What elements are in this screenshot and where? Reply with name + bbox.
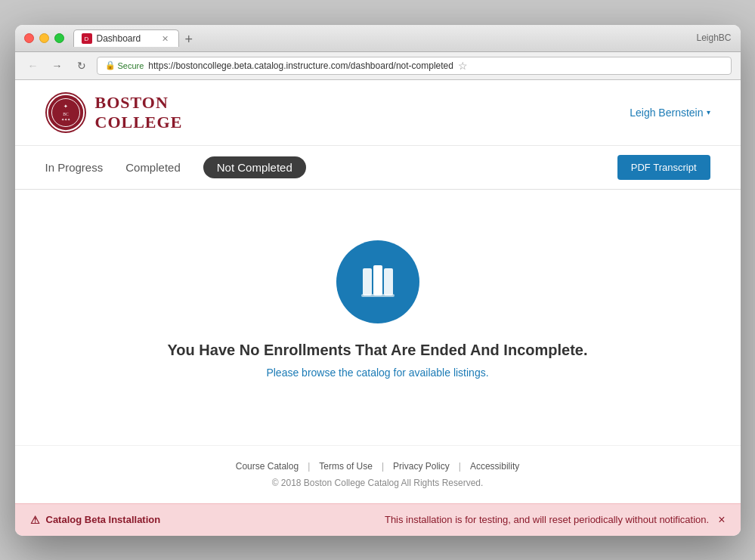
beta-banner-left: ⚠ Catalog Beta Installation (30, 514, 161, 526)
logo-line1: BOSTON (95, 93, 183, 112)
logo-text: BOSTON COLLEGE (95, 93, 183, 131)
tab-favicon: D (82, 33, 92, 44)
refresh-button[interactable]: ↻ (73, 57, 91, 75)
maximize-window-button[interactable] (54, 33, 64, 43)
user-menu[interactable]: Leigh Bernstein ▾ (630, 107, 710, 119)
user-name: Leigh Bernstein (630, 107, 703, 119)
tab-bar: D Dashboard ✕ + (73, 29, 691, 46)
titlebar: D Dashboard ✕ + LeighBC (15, 25, 741, 52)
svg-rect-7 (384, 268, 393, 295)
tab-not-completed[interactable]: Not Completed (203, 156, 306, 178)
page-content: ✦ BC ✦✦✦ BOSTON COLLEGE Leigh Bernstein … (15, 80, 741, 503)
footer-links: Course Catalog | Terms of Use | Privacy … (30, 461, 726, 472)
logo-seal: ✦ BC ✦✦✦ (45, 92, 86, 133)
main-content: You Have No Enrollments That Are Ended A… (15, 190, 741, 445)
site-footer: Course Catalog | Terms of Use | Privacy … (15, 445, 741, 503)
svg-text:✦: ✦ (63, 103, 68, 110)
books-icon (355, 259, 401, 305)
logo-line2: COLLEGE (95, 113, 183, 131)
svg-rect-8 (361, 294, 395, 297)
tab-close-button[interactable]: ✕ (160, 33, 171, 44)
footer-copyright: © 2018 Boston College Catalog All Rights… (30, 478, 726, 488)
seal-svg: ✦ BC ✦✦✦ (47, 94, 85, 131)
browser-tab[interactable]: D Dashboard ✕ (73, 29, 179, 47)
warning-icon: ⚠ (30, 514, 40, 526)
tab-completed[interactable]: Completed (125, 161, 181, 174)
beta-message: This installation is for testing, and wi… (385, 514, 709, 525)
beta-close-button[interactable]: × (718, 513, 725, 527)
footer-link-terms-of-use[interactable]: Terms of Use (310, 461, 382, 472)
nav-tabs: In Progress Completed Not Completed PDF … (15, 146, 741, 190)
beta-label: Catalog Beta Installation (46, 514, 161, 525)
window-user-label: LeighBC (696, 32, 731, 43)
svg-text:BC: BC (63, 111, 69, 116)
footer-link-privacy-policy[interactable]: Privacy Policy (384, 461, 459, 472)
back-button[interactable]: ← (24, 57, 42, 75)
addressbar: ← → ↻ 🔒 Secure https://bostoncollege.bet… (15, 52, 741, 80)
site-header: ✦ BC ✦✦✦ BOSTON COLLEGE Leigh Bernstein … (15, 80, 741, 146)
window-controls (24, 33, 64, 43)
browser-window: D Dashboard ✕ + LeighBC ← → ↻ 🔒 Secure h… (15, 25, 741, 536)
svg-text:✦✦✦: ✦✦✦ (61, 118, 70, 122)
svg-rect-6 (373, 265, 382, 295)
new-tab-button[interactable]: + (179, 32, 200, 46)
secure-label: Secure (118, 61, 144, 70)
forward-button[interactable]: → (48, 57, 67, 75)
url-text: https://bostoncollege.beta.catalog.instr… (148, 60, 453, 71)
lock-icon: 🔒 (105, 60, 116, 70)
browse-catalog-link[interactable]: Please browse the catalog for available … (266, 367, 488, 379)
empty-state-icon (336, 240, 419, 323)
empty-title: You Have No Enrollments That Are Ended A… (168, 342, 588, 359)
beta-banner: ⚠ Catalog Beta Installation This install… (15, 503, 741, 536)
tab-title: Dashboard (97, 33, 141, 44)
close-window-button[interactable] (24, 33, 34, 43)
nav-tabs-list: In Progress Completed Not Completed (45, 146, 306, 189)
tab-in-progress[interactable]: In Progress (45, 161, 104, 174)
secure-badge: 🔒 Secure (105, 60, 144, 70)
footer-link-course-catalog[interactable]: Course Catalog (227, 461, 308, 472)
pdf-transcript-button[interactable]: PDF Transcript (617, 155, 710, 180)
beta-banner-right: This installation is for testing, and wi… (385, 513, 726, 527)
logo-area: ✦ BC ✦✦✦ BOSTON COLLEGE (45, 92, 183, 133)
footer-link-accessibility[interactable]: Accessibility (461, 461, 528, 472)
url-bar[interactable]: 🔒 Secure https://bostoncollege.beta.cata… (97, 57, 732, 75)
svg-rect-5 (363, 268, 372, 295)
chevron-down-icon: ▾ (707, 108, 710, 116)
minimize-window-button[interactable] (39, 33, 49, 43)
bookmark-button[interactable]: ☆ (458, 60, 468, 72)
